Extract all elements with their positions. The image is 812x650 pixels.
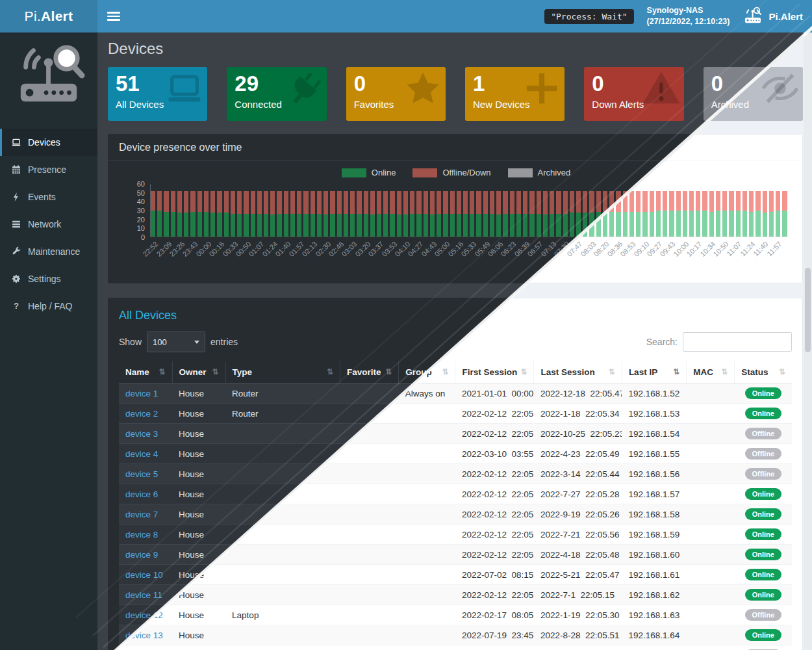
y-tick-label: 0 bbox=[125, 233, 145, 241]
plug-icon bbox=[284, 68, 324, 111]
y-tick-label: 30 bbox=[125, 207, 145, 214]
sort-icon: ⇅ bbox=[673, 367, 679, 376]
legend-label: Online bbox=[372, 168, 396, 177]
search-input[interactable] bbox=[683, 332, 792, 352]
column-header-favorite[interactable]: Favorite ⇅ bbox=[340, 361, 399, 384]
cell-group bbox=[399, 504, 455, 525]
card-all-devices[interactable]: 51 All Devices bbox=[108, 67, 207, 121]
header-app-brand[interactable]: Pi.Alert bbox=[742, 6, 803, 27]
cell-last-ip: 192.168.1.64 bbox=[622, 625, 686, 645]
page-scrollbar[interactable] bbox=[804, 32, 812, 650]
cell-type: Router bbox=[225, 384, 340, 404]
sidebar-item-help-faq[interactable]: ? Help / FAQ bbox=[0, 292, 97, 320]
cell-favorite bbox=[340, 565, 399, 585]
sidebar-item-devices[interactable]: Devices bbox=[0, 129, 97, 156]
chart-bar bbox=[290, 191, 295, 237]
cell-first-session: 2022-02-12 22:05 bbox=[455, 585, 534, 605]
bolt-icon bbox=[10, 192, 21, 202]
device-link[interactable]: device 9 bbox=[125, 550, 158, 560]
status-badge: Online bbox=[745, 488, 781, 500]
cell-last-session: 2022-11-22 22:05.54 bbox=[534, 645, 622, 650]
pialert-router-icon bbox=[742, 6, 763, 27]
chart-bar bbox=[151, 191, 155, 237]
cell-mac bbox=[687, 504, 735, 525]
entries-select[interactable]: 100 bbox=[147, 332, 205, 352]
column-header-status[interactable]: Status ⇅ bbox=[735, 361, 792, 384]
cell-last-ip: 192.168.1.53 bbox=[622, 404, 686, 424]
device-link[interactable]: device 5 bbox=[125, 469, 158, 479]
sidebar-item-settings[interactable]: Settings bbox=[0, 265, 97, 292]
cell-last-session: 2022-1-19 22:05.30 bbox=[534, 605, 622, 625]
chart-bar bbox=[357, 191, 361, 237]
sort-icon: ⇅ bbox=[520, 367, 527, 376]
cell-group bbox=[399, 645, 455, 650]
card-connected[interactable]: 29 Connected bbox=[227, 67, 326, 121]
column-header-name[interactable]: Name ⇅ bbox=[119, 361, 172, 384]
device-link[interactable]: device 1 bbox=[125, 389, 158, 398]
chart-bar bbox=[510, 191, 514, 237]
column-header-mac[interactable]: MAC ⇅ bbox=[687, 361, 735, 384]
sidebar-item-network[interactable]: Network bbox=[0, 211, 97, 238]
cell-owner: House bbox=[172, 645, 225, 650]
search-label: Search: bbox=[646, 337, 678, 347]
sidebar-item-events[interactable]: Events bbox=[0, 183, 97, 211]
laptop-icon bbox=[164, 68, 205, 111]
sidebar-item-label: Presence bbox=[28, 164, 66, 175]
cell-last-session: 2022-3-14 22:05.44 bbox=[534, 464, 622, 484]
cell-first-session: 2021-01-01 00:00 bbox=[455, 384, 534, 404]
device-link[interactable]: device 7 bbox=[125, 510, 158, 519]
chart-bar bbox=[324, 191, 328, 237]
cell-first-session: 2022-03-10 03:55 bbox=[455, 444, 534, 464]
sidebar-item-presence[interactable]: Presence bbox=[0, 156, 97, 183]
column-header-last-ip[interactable]: Last IP ⇅ bbox=[622, 361, 686, 384]
column-header-first-session[interactable]: First Session ⇅ bbox=[455, 361, 534, 384]
chart-bar bbox=[516, 191, 521, 237]
device-link[interactable]: device 8 bbox=[125, 530, 158, 540]
chart-bar bbox=[749, 191, 754, 237]
card-new-devices[interactable]: 1 New Devices bbox=[465, 67, 565, 121]
header-app-name: Pi.Alert bbox=[768, 11, 803, 22]
column-header-last-session[interactable]: Last Session ⇅ bbox=[534, 361, 622, 384]
sidebar-item-maintenance[interactable]: Maintenance bbox=[0, 238, 97, 265]
y-tick-label: 50 bbox=[125, 189, 145, 197]
scrollbar-thumb[interactable] bbox=[805, 268, 811, 352]
chart-bar bbox=[583, 191, 587, 237]
card-favorites[interactable]: 0 Favorites bbox=[346, 67, 446, 121]
chart-bar bbox=[663, 191, 667, 237]
chart-bar bbox=[556, 191, 561, 237]
summary-cards: 51 All Devices 29 Connected 0 Favorites … bbox=[108, 67, 803, 121]
cell-mac bbox=[687, 605, 735, 625]
cell-group bbox=[399, 525, 455, 545]
cell-last-session: 2022-8-28 22:05.51 bbox=[534, 625, 622, 645]
cell-group bbox=[399, 605, 455, 625]
sidebar-toggle-button[interactable] bbox=[107, 10, 120, 23]
device-link[interactable]: device 4 bbox=[125, 449, 158, 459]
host-datetime: (27/12/2022, 12:10:23) bbox=[647, 17, 730, 26]
column-header-owner[interactable]: Owner ⇅ bbox=[172, 361, 225, 384]
cell-owner: House bbox=[172, 625, 225, 645]
chart-bar bbox=[457, 191, 461, 237]
cell-mac bbox=[687, 384, 735, 404]
chart-bar bbox=[244, 191, 248, 237]
brand-logo[interactable]: Pi.Alert bbox=[0, 0, 97, 32]
device-link[interactable]: device 6 bbox=[125, 489, 158, 499]
card-down-alerts[interactable]: 0 Down Alerts bbox=[584, 67, 683, 121]
cell-mac bbox=[687, 525, 735, 545]
pialert-logo bbox=[0, 32, 97, 117]
column-header-type[interactable]: Type ⇅ bbox=[225, 361, 340, 384]
cell-type bbox=[225, 565, 340, 585]
cell-favorite bbox=[340, 384, 399, 404]
device-link[interactable]: device 2 bbox=[125, 409, 158, 419]
chart-bar bbox=[344, 191, 348, 237]
host-info: Synology-NAS (27/12/2022, 12:10:23) bbox=[647, 5, 730, 27]
warning-icon bbox=[641, 68, 681, 111]
device-link[interactable]: device 11 bbox=[125, 590, 162, 600]
cell-favorite bbox=[340, 625, 399, 645]
device-link[interactable]: device 10 bbox=[125, 570, 163, 580]
cell-first-session: 2022-02-12 22:05 bbox=[455, 484, 534, 504]
chart-bar bbox=[636, 191, 641, 237]
cell-last-session: 2022-12-18 22:05.47 bbox=[534, 384, 622, 404]
cell-group bbox=[399, 625, 455, 645]
cell-mac bbox=[687, 545, 735, 565]
device-link[interactable]: device 3 bbox=[125, 429, 158, 439]
